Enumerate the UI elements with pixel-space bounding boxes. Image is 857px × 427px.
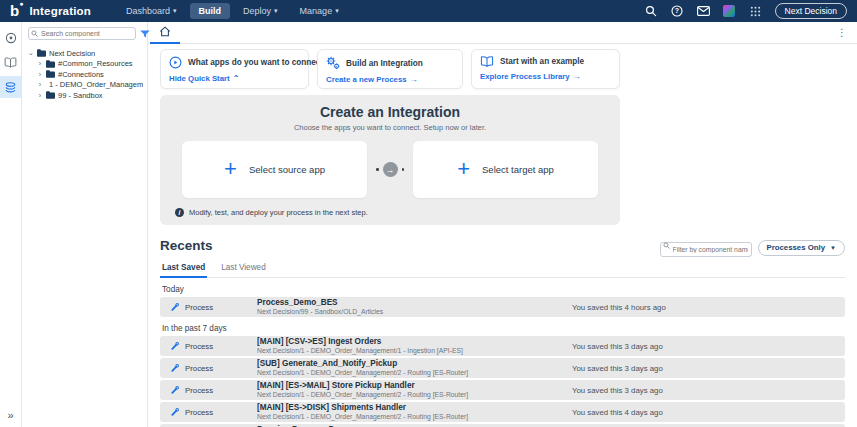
process-library-icon[interactable] <box>0 52 22 72</box>
row-type: Process <box>185 364 257 373</box>
select-target-app-button[interactable]: + Select target app <box>413 141 598 198</box>
quick-start-icon[interactable] <box>0 28 22 48</box>
row-title: [MAIN] [ES->DISK] Shipments Handler <box>257 403 572 413</box>
card-title: Start with an example <box>500 57 584 66</box>
create-integration-panel: Create an Integration Choose the apps yo… <box>160 95 620 225</box>
create-new-process-link[interactable]: Create a new Process→ <box>326 75 454 84</box>
left-rail: » <box>0 22 22 427</box>
row-path: Next Decision/1 - DEMO_Order_Management/… <box>257 413 572 421</box>
tab-last-saved[interactable]: Last Saved <box>160 263 207 278</box>
group-rows: Process Process_Demo_BES Next Decision/9… <box>160 297 845 317</box>
chevron-right-icon: › <box>37 71 43 78</box>
group-label: Today <box>162 285 845 294</box>
tree-item[interactable]: › 1 - DEMO_Order_Management <box>28 80 143 91</box>
nav-deploy[interactable]: Deploy▾ <box>234 3 287 19</box>
folder-icon <box>46 91 55 99</box>
chevron-down-icon: ▼ <box>830 245 836 251</box>
row-saved: You saved this 4 hours ago <box>572 303 666 312</box>
process-icon <box>170 407 181 417</box>
row-title: Process_Demo_BES <box>257 298 572 308</box>
search-icon[interactable] <box>645 5 658 18</box>
recent-row[interactable]: Process [MAIN] [ES->DISK] Shipments Hand… <box>160 402 845 422</box>
recent-group: Today Process Process_Demo_BES Next Deci… <box>160 285 845 317</box>
row-path: Next Decision/1 - DEMO_Order_Management/… <box>257 391 572 399</box>
brand: b● Integration <box>10 4 91 19</box>
row-type: Process <box>185 408 257 417</box>
type-filter-dropdown[interactable]: Processes Only▼ <box>758 240 845 256</box>
component-search-input[interactable] <box>28 27 136 40</box>
top-bar-actions: ? Next Decision <box>645 3 847 19</box>
recent-row[interactable]: Process [MAIN] [CSV->ES] Ingest Orders N… <box>160 336 845 356</box>
info-icon: i <box>175 208 184 217</box>
plus-icon: + <box>457 158 470 180</box>
row-title: [MAIN] [CSV->ES] Ingest Orders <box>257 337 572 347</box>
help-icon[interactable]: ? <box>671 5 684 18</box>
tree-item[interactable]: › #Connections <box>28 69 143 80</box>
search-icon <box>663 242 670 249</box>
app-switcher-icon[interactable] <box>749 5 762 18</box>
row-title: [MAIN] [ES->MAIL] Store Pickup Handler <box>257 381 572 391</box>
tab-bar: ⋮ <box>148 22 857 44</box>
tree-item[interactable]: › #Common_Resources <box>28 59 143 70</box>
recent-group: In the past 7 days Process [MAIN] [CSV->… <box>160 324 845 427</box>
quick-start-row: What apps do you want to connect Hide Qu… <box>160 49 845 89</box>
open-book-icon <box>480 56 494 67</box>
card-title: Build an Integration <box>346 59 423 68</box>
panel-subtitle: Choose the apps you want to connect. Set… <box>160 123 620 132</box>
tab-home[interactable] <box>150 22 180 44</box>
boomi-logo-icon: b● <box>10 3 23 18</box>
recents-groups: Today Process Process_Demo_BES Next Deci… <box>160 285 845 427</box>
chevron-down-icon: ▾ <box>173 7 177 15</box>
component-filter-input[interactable] <box>660 242 752 257</box>
row-type: Process <box>185 386 257 395</box>
chevron-down-icon: ⌄ <box>28 49 34 57</box>
nav-dashboard[interactable]: Dashboard▾ <box>117 3 186 19</box>
nav-build[interactable]: Build <box>190 3 231 19</box>
product-title: Integration <box>29 5 91 17</box>
tab-last-viewed[interactable]: Last Viewed <box>219 263 267 277</box>
nav-manage[interactable]: Manage▾ <box>291 3 348 19</box>
row-path: Next Decision/1 - DEMO_Order_Management/… <box>257 369 572 377</box>
main-area: ⋮ What apps do you want to connect Hide … <box>148 22 857 427</box>
gears-icon <box>326 56 340 70</box>
play-circle-icon <box>169 56 182 69</box>
tree-item-root[interactable]: ⌄ Next Decision <box>28 48 143 59</box>
plus-icon: + <box>224 158 237 180</box>
panel-title: Create an Integration <box>160 104 620 120</box>
select-source-app-button[interactable]: + Select source app <box>182 141 367 198</box>
hide-quick-start-link[interactable]: Hide Quick Start⌃ <box>169 74 300 83</box>
chevron-right-icon: › <box>37 81 43 88</box>
row-path: Next Decision/1 - DEMO_Order_Management/… <box>257 347 572 355</box>
top-bar: b● Integration Dashboard▾ Build Deploy▾ … <box>0 0 857 22</box>
svg-text:?: ? <box>675 7 679 14</box>
kebab-menu-icon[interactable]: ⋮ <box>837 27 847 38</box>
chevron-right-icon: › <box>37 60 43 67</box>
arrow-right-icon: → <box>410 75 418 84</box>
arrow-right-icon: → <box>573 72 581 81</box>
recent-row[interactable]: Process [MAIN] [ES->MAIL] Store Pickup H… <box>160 380 845 400</box>
arrow-right-icon: → <box>383 162 398 177</box>
explore-process-library-link[interactable]: Explore Process Library→ <box>480 72 611 81</box>
app-window: b● Integration Dashboard▾ Build Deploy▾ … <box>0 0 857 427</box>
panel-note: i Modify, test, and deploy your process … <box>175 208 620 217</box>
search-icon <box>31 30 38 37</box>
chevron-down-icon: ▾ <box>335 7 339 15</box>
folder-tree: ⌄ Next Decision › #Common_Resources › #C… <box>28 48 143 101</box>
row-type: Process <box>185 303 257 312</box>
process-icon <box>170 302 181 312</box>
org-avatar[interactable] <box>723 5 736 18</box>
account-button[interactable]: Next Decision <box>775 3 847 19</box>
process-icon <box>170 341 181 351</box>
component-explorer-icon[interactable] <box>0 76 22 98</box>
expand-panel-icon[interactable]: » <box>7 409 13 421</box>
recent-row[interactable]: Process [SUB] Generate_And_Notify_Pickup… <box>160 358 845 378</box>
card-title: What apps do you want to connect <box>188 58 323 67</box>
main-nav: Dashboard▾ Build Deploy▾ Manage▾ <box>117 3 348 19</box>
mail-icon[interactable] <box>697 5 710 18</box>
folder-icon <box>46 70 55 78</box>
row-saved: You saved this 4 days ago <box>572 408 663 417</box>
chevron-up-icon: ⌃ <box>233 74 240 83</box>
row-type: Process <box>185 342 257 351</box>
recent-row[interactable]: Process Process_Demo_BES Next Decision/9… <box>160 297 845 317</box>
tree-item[interactable]: › 99 - Sandbox <box>28 90 143 101</box>
